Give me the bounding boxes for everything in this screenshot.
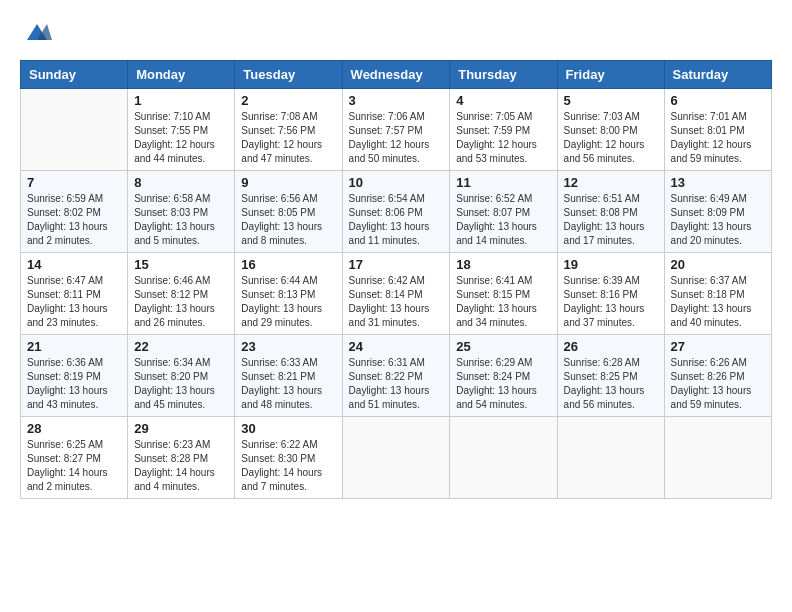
day-number: 22: [134, 339, 228, 354]
calendar-cell: 20Sunrise: 6:37 AM Sunset: 8:18 PM Dayli…: [664, 253, 771, 335]
day-number: 1: [134, 93, 228, 108]
calendar-cell: 28Sunrise: 6:25 AM Sunset: 8:27 PM Dayli…: [21, 417, 128, 499]
calendar-cell: 9Sunrise: 6:56 AM Sunset: 8:05 PM Daylig…: [235, 171, 342, 253]
day-number: 24: [349, 339, 444, 354]
day-info: Sunrise: 6:28 AM Sunset: 8:25 PM Dayligh…: [564, 356, 658, 412]
weekday-header-thursday: Thursday: [450, 61, 557, 89]
day-info: Sunrise: 6:25 AM Sunset: 8:27 PM Dayligh…: [27, 438, 121, 494]
day-number: 9: [241, 175, 335, 190]
calendar-cell: 1Sunrise: 7:10 AM Sunset: 7:55 PM Daylig…: [128, 89, 235, 171]
calendar-week-3: 14Sunrise: 6:47 AM Sunset: 8:11 PM Dayli…: [21, 253, 772, 335]
day-info: Sunrise: 6:39 AM Sunset: 8:16 PM Dayligh…: [564, 274, 658, 330]
calendar-cell: 15Sunrise: 6:46 AM Sunset: 8:12 PM Dayli…: [128, 253, 235, 335]
day-number: 25: [456, 339, 550, 354]
calendar-cell: 18Sunrise: 6:41 AM Sunset: 8:15 PM Dayli…: [450, 253, 557, 335]
day-info: Sunrise: 6:47 AM Sunset: 8:11 PM Dayligh…: [27, 274, 121, 330]
day-info: Sunrise: 7:06 AM Sunset: 7:57 PM Dayligh…: [349, 110, 444, 166]
day-info: Sunrise: 7:05 AM Sunset: 7:59 PM Dayligh…: [456, 110, 550, 166]
day-number: 12: [564, 175, 658, 190]
day-info: Sunrise: 6:49 AM Sunset: 8:09 PM Dayligh…: [671, 192, 765, 248]
calendar-cell: 29Sunrise: 6:23 AM Sunset: 8:28 PM Dayli…: [128, 417, 235, 499]
day-number: 14: [27, 257, 121, 272]
day-info: Sunrise: 7:01 AM Sunset: 8:01 PM Dayligh…: [671, 110, 765, 166]
day-number: 29: [134, 421, 228, 436]
day-info: Sunrise: 7:10 AM Sunset: 7:55 PM Dayligh…: [134, 110, 228, 166]
day-number: 15: [134, 257, 228, 272]
calendar-cell: 22Sunrise: 6:34 AM Sunset: 8:20 PM Dayli…: [128, 335, 235, 417]
day-info: Sunrise: 6:52 AM Sunset: 8:07 PM Dayligh…: [456, 192, 550, 248]
day-info: Sunrise: 6:56 AM Sunset: 8:05 PM Dayligh…: [241, 192, 335, 248]
calendar-cell: [557, 417, 664, 499]
day-number: 27: [671, 339, 765, 354]
day-number: 19: [564, 257, 658, 272]
calendar-cell: 19Sunrise: 6:39 AM Sunset: 8:16 PM Dayli…: [557, 253, 664, 335]
calendar-cell: [664, 417, 771, 499]
day-number: 13: [671, 175, 765, 190]
day-number: 8: [134, 175, 228, 190]
weekday-header-friday: Friday: [557, 61, 664, 89]
calendar-cell: 26Sunrise: 6:28 AM Sunset: 8:25 PM Dayli…: [557, 335, 664, 417]
day-info: Sunrise: 6:22 AM Sunset: 8:30 PM Dayligh…: [241, 438, 335, 494]
logo-icon: [22, 20, 52, 44]
calendar-cell: 8Sunrise: 6:58 AM Sunset: 8:03 PM Daylig…: [128, 171, 235, 253]
day-info: Sunrise: 6:31 AM Sunset: 8:22 PM Dayligh…: [349, 356, 444, 412]
calendar-cell: [342, 417, 450, 499]
calendar-week-2: 7Sunrise: 6:59 AM Sunset: 8:02 PM Daylig…: [21, 171, 772, 253]
day-info: Sunrise: 6:29 AM Sunset: 8:24 PM Dayligh…: [456, 356, 550, 412]
day-info: Sunrise: 7:03 AM Sunset: 8:00 PM Dayligh…: [564, 110, 658, 166]
calendar-cell: 5Sunrise: 7:03 AM Sunset: 8:00 PM Daylig…: [557, 89, 664, 171]
calendar-cell: 12Sunrise: 6:51 AM Sunset: 8:08 PM Dayli…: [557, 171, 664, 253]
weekday-header-saturday: Saturday: [664, 61, 771, 89]
calendar-cell: [21, 89, 128, 171]
day-info: Sunrise: 6:36 AM Sunset: 8:19 PM Dayligh…: [27, 356, 121, 412]
day-info: Sunrise: 6:51 AM Sunset: 8:08 PM Dayligh…: [564, 192, 658, 248]
calendar-week-4: 21Sunrise: 6:36 AM Sunset: 8:19 PM Dayli…: [21, 335, 772, 417]
day-info: Sunrise: 6:26 AM Sunset: 8:26 PM Dayligh…: [671, 356, 765, 412]
calendar-cell: 21Sunrise: 6:36 AM Sunset: 8:19 PM Dayli…: [21, 335, 128, 417]
day-info: Sunrise: 6:23 AM Sunset: 8:28 PM Dayligh…: [134, 438, 228, 494]
day-info: Sunrise: 6:58 AM Sunset: 8:03 PM Dayligh…: [134, 192, 228, 248]
day-number: 26: [564, 339, 658, 354]
day-number: 30: [241, 421, 335, 436]
day-number: 16: [241, 257, 335, 272]
calendar-cell: 13Sunrise: 6:49 AM Sunset: 8:09 PM Dayli…: [664, 171, 771, 253]
day-info: Sunrise: 6:33 AM Sunset: 8:21 PM Dayligh…: [241, 356, 335, 412]
day-number: 18: [456, 257, 550, 272]
day-number: 21: [27, 339, 121, 354]
day-number: 11: [456, 175, 550, 190]
day-number: 23: [241, 339, 335, 354]
calendar-cell: 10Sunrise: 6:54 AM Sunset: 8:06 PM Dayli…: [342, 171, 450, 253]
weekday-header-monday: Monday: [128, 61, 235, 89]
weekday-header-sunday: Sunday: [21, 61, 128, 89]
day-number: 28: [27, 421, 121, 436]
day-number: 17: [349, 257, 444, 272]
calendar-table: SundayMondayTuesdayWednesdayThursdayFrid…: [20, 60, 772, 499]
calendar-cell: 2Sunrise: 7:08 AM Sunset: 7:56 PM Daylig…: [235, 89, 342, 171]
day-info: Sunrise: 6:54 AM Sunset: 8:06 PM Dayligh…: [349, 192, 444, 248]
calendar-week-1: 1Sunrise: 7:10 AM Sunset: 7:55 PM Daylig…: [21, 89, 772, 171]
calendar-cell: 24Sunrise: 6:31 AM Sunset: 8:22 PM Dayli…: [342, 335, 450, 417]
day-info: Sunrise: 6:37 AM Sunset: 8:18 PM Dayligh…: [671, 274, 765, 330]
calendar-cell: 4Sunrise: 7:05 AM Sunset: 7:59 PM Daylig…: [450, 89, 557, 171]
calendar-cell: 27Sunrise: 6:26 AM Sunset: 8:26 PM Dayli…: [664, 335, 771, 417]
calendar-cell: 11Sunrise: 6:52 AM Sunset: 8:07 PM Dayli…: [450, 171, 557, 253]
calendar-cell: 7Sunrise: 6:59 AM Sunset: 8:02 PM Daylig…: [21, 171, 128, 253]
day-number: 5: [564, 93, 658, 108]
calendar-cell: 16Sunrise: 6:44 AM Sunset: 8:13 PM Dayli…: [235, 253, 342, 335]
day-number: 10: [349, 175, 444, 190]
calendar-week-5: 28Sunrise: 6:25 AM Sunset: 8:27 PM Dayli…: [21, 417, 772, 499]
day-info: Sunrise: 6:34 AM Sunset: 8:20 PM Dayligh…: [134, 356, 228, 412]
day-number: 4: [456, 93, 550, 108]
day-number: 20: [671, 257, 765, 272]
calendar-cell: 23Sunrise: 6:33 AM Sunset: 8:21 PM Dayli…: [235, 335, 342, 417]
day-number: 7: [27, 175, 121, 190]
calendar-cell: 14Sunrise: 6:47 AM Sunset: 8:11 PM Dayli…: [21, 253, 128, 335]
page-header: [20, 20, 772, 44]
day-info: Sunrise: 6:59 AM Sunset: 8:02 PM Dayligh…: [27, 192, 121, 248]
calendar-cell: 30Sunrise: 6:22 AM Sunset: 8:30 PM Dayli…: [235, 417, 342, 499]
weekday-header-row: SundayMondayTuesdayWednesdayThursdayFrid…: [21, 61, 772, 89]
day-number: 3: [349, 93, 444, 108]
day-info: Sunrise: 7:08 AM Sunset: 7:56 PM Dayligh…: [241, 110, 335, 166]
day-info: Sunrise: 6:42 AM Sunset: 8:14 PM Dayligh…: [349, 274, 444, 330]
weekday-header-tuesday: Tuesday: [235, 61, 342, 89]
